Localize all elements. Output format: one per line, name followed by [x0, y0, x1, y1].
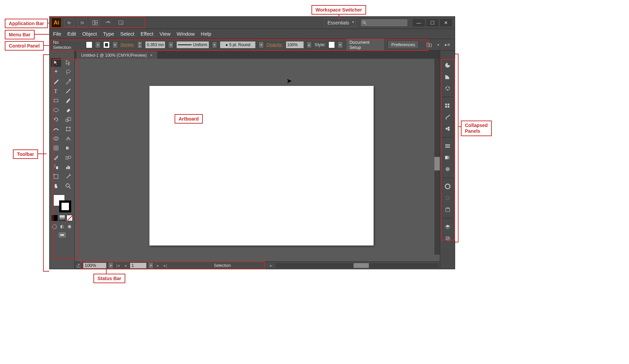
tool-rotate[interactable] — [51, 115, 61, 124]
tool-gradient[interactable] — [63, 144, 73, 152]
tool-perspective-grid[interactable] — [63, 134, 73, 143]
share-icon[interactable] — [76, 263, 82, 268]
search-box[interactable] — [360, 19, 408, 27]
screen-mode[interactable] — [58, 232, 66, 240]
menu-window[interactable]: Window — [177, 31, 195, 37]
tool-column-graph[interactable] — [63, 163, 73, 171]
brush-definition[interactable]: ● 5 pt. Round — [220, 41, 256, 49]
minimize-button[interactable]: — — [413, 19, 425, 26]
opacity-input[interactable] — [286, 41, 304, 49]
workspace-switcher[interactable]: Essentials — [324, 18, 356, 27]
horizontal-scrollbar[interactable] — [275, 263, 438, 268]
menu-effect[interactable]: Effect — [141, 31, 154, 37]
panel-transparency-icon[interactable] — [442, 164, 453, 174]
tool-type[interactable]: T — [51, 87, 61, 95]
status-menu[interactable]: ▸ — [268, 263, 274, 268]
menu-help[interactable]: Help — [201, 31, 211, 37]
stroke-spinner[interactable]: ▲▼ — [137, 41, 143, 49]
fill-stroke-indicator[interactable] — [52, 193, 72, 214]
canvas[interactable]: ➤ — [75, 59, 440, 261]
tool-rectangle[interactable] — [51, 96, 61, 105]
menu-type[interactable]: Type — [103, 31, 114, 37]
tool-line-segment[interactable] — [63, 87, 73, 95]
gpu-performance-button[interactable] — [103, 19, 113, 27]
maximize-button[interactable]: ☐ — [426, 19, 438, 26]
document-setup-button[interactable]: Document Setup — [346, 38, 385, 52]
tool-free-transform[interactable] — [63, 125, 73, 133]
tool-shape-builder[interactable] — [51, 134, 61, 143]
profile-dropdown[interactable]: ▾ — [212, 41, 217, 48]
next-artboard-button[interactable]: ▸ — [155, 263, 161, 268]
tool-magic-wand[interactable] — [51, 68, 61, 76]
tool-direct-selection[interactable] — [63, 58, 73, 67]
tool-pen[interactable] — [51, 77, 61, 86]
panel-color-icon[interactable] — [442, 60, 453, 70]
document-tab[interactable]: Untitled-1 @ 100% (CMYK/Preview) × — [77, 52, 157, 59]
last-artboard-button[interactable]: ▸| — [162, 263, 168, 268]
panel-gradient-icon[interactable] — [442, 152, 453, 163]
opacity-dropdown[interactable]: ▸ — [307, 41, 312, 48]
tool-hand[interactable] — [51, 182, 61, 190]
tool-selection[interactable] — [51, 58, 61, 67]
panel-swatches-icon[interactable] — [442, 101, 453, 111]
artboard[interactable] — [149, 86, 374, 245]
control-panel-menu[interactable]: ▸≡ — [444, 42, 451, 48]
align-dropdown[interactable]: ▾ — [435, 41, 441, 48]
style-dropdown[interactable]: ▾ — [338, 41, 343, 48]
color-mode-gradient[interactable] — [59, 215, 65, 221]
close-button[interactable]: ✕ — [440, 19, 452, 26]
stroke-label[interactable]: Stroke: — [121, 42, 134, 47]
first-artboard-button[interactable]: |◂ — [115, 263, 121, 268]
menu-select[interactable]: Select — [120, 31, 134, 37]
style-swatch[interactable] — [328, 41, 335, 48]
align-to-icon[interactable] — [426, 42, 433, 48]
prev-artboard-button[interactable]: ◂ — [122, 263, 128, 268]
stroke-swatch[interactable] — [103, 41, 110, 48]
bridge-button[interactable]: Br — [65, 19, 74, 27]
artboard-dropdown[interactable]: ▾ — [148, 262, 154, 269]
close-tab-icon[interactable]: × — [150, 53, 152, 58]
panel-symbols-icon[interactable] — [442, 124, 453, 134]
tool-zoom[interactable] — [63, 182, 73, 190]
tool-shaper[interactable] — [51, 106, 61, 114]
menu-file[interactable]: File — [53, 31, 61, 37]
panel-stroke-icon[interactable] — [442, 141, 453, 151]
arrange-documents-button[interactable] — [90, 19, 100, 27]
panel-color-themes-icon[interactable] — [442, 83, 453, 93]
tool-scale[interactable] — [63, 115, 73, 124]
color-mode-none[interactable] — [67, 215, 73, 221]
preferences-button[interactable]: Preferences — [388, 40, 419, 49]
panel-layers-icon[interactable] — [442, 222, 453, 232]
panel-color-guide-icon[interactable] — [442, 72, 453, 82]
menu-edit[interactable]: Edit — [67, 31, 76, 37]
tool-paintbrush[interactable] — [63, 96, 73, 105]
tool-eyedropper[interactable] — [51, 153, 61, 162]
zoom-dropdown[interactable]: ▾ — [108, 262, 113, 269]
menu-object[interactable]: Object — [82, 31, 97, 37]
variable-width-profile[interactable]: Uniform — [176, 41, 209, 49]
menu-view[interactable]: View — [160, 31, 170, 37]
panel-artboards-icon[interactable] — [442, 233, 453, 243]
tool-curvature[interactable] — [63, 77, 73, 86]
tool-symbol-sprayer[interactable] — [51, 163, 61, 171]
draw-inside[interactable]: ◉ — [67, 223, 73, 229]
fill-dropdown[interactable]: ▾ — [95, 41, 101, 48]
tool-artboard[interactable] — [51, 172, 61, 181]
color-mode-solid[interactable] — [52, 215, 58, 221]
tool-mesh[interactable] — [51, 144, 61, 152]
panel-graphic-styles-icon[interactable] — [442, 193, 453, 203]
panel-appearance-icon[interactable] — [442, 181, 453, 192]
stroke-dropdown[interactable]: ▾ — [112, 41, 118, 48]
vertical-scrollbar[interactable] — [434, 59, 440, 255]
brush-dropdown[interactable]: ▾ — [258, 41, 264, 48]
draw-normal[interactable]: ◯ — [52, 223, 58, 229]
stroke-color[interactable] — [59, 201, 71, 212]
panel-libraries-icon[interactable] — [442, 204, 453, 215]
opacity-label[interactable]: Opacity: — [267, 42, 283, 47]
tool-lasso[interactable] — [63, 68, 73, 76]
stock-button[interactable]: St — [77, 19, 87, 27]
tool-blend[interactable] — [63, 153, 73, 162]
artboard-number-input[interactable] — [130, 262, 147, 269]
tool-eraser[interactable] — [63, 106, 73, 114]
zoom-input[interactable] — [83, 262, 107, 269]
